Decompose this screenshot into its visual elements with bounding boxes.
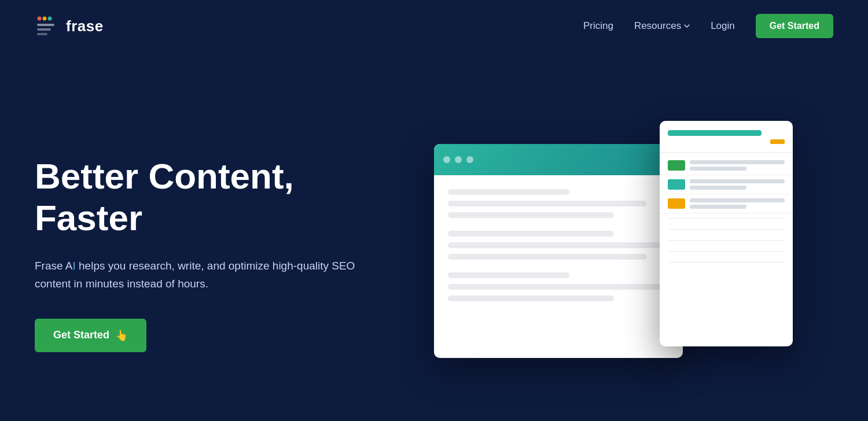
side-row-1 (660, 156, 793, 175)
nav-login[interactable]: Login (711, 20, 735, 32)
nav-get-started-button[interactable]: Get Started (756, 14, 833, 38)
side-row-lines (690, 179, 785, 190)
hero-content: Better Content, Faster Frase AI helps yo… (35, 144, 393, 352)
side-panel-card (660, 121, 793, 346)
side-row-line (690, 160, 785, 164)
content-line (448, 212, 614, 218)
nav-links: Pricing Resources Login Get Started (583, 14, 833, 38)
content-line (448, 254, 647, 260)
content-line (448, 231, 614, 237)
side-row-2 (660, 175, 793, 194)
browser-body (434, 175, 683, 328)
side-divider (660, 152, 793, 153)
content-line (448, 201, 647, 206)
side-row-lines (690, 198, 785, 209)
svg-rect-5 (37, 33, 47, 35)
side-row-line (690, 198, 785, 202)
svg-point-2 (48, 17, 52, 21)
logo-text: frase (66, 17, 104, 35)
logo[interactable]: frase (35, 14, 104, 38)
side-empty-rows (660, 213, 793, 278)
navbar: frase Pricing Resources Login Get Starte… (0, 0, 868, 52)
side-row-line (690, 179, 785, 183)
content-block-1 (448, 189, 669, 218)
side-row-line (690, 186, 746, 190)
svg-point-1 (43, 17, 47, 21)
browser-dot-2 (455, 156, 462, 163)
content-block-3 (448, 272, 669, 301)
side-header-accent (770, 139, 785, 144)
browser-card-main (434, 144, 683, 358)
browser-dot-1 (443, 156, 450, 163)
side-badge-green (668, 160, 685, 171)
hero-title: Better Content, Faster (35, 156, 393, 238)
illustration-container (434, 121, 793, 375)
nav-resources[interactable]: Resources (634, 20, 690, 32)
side-row-line (690, 167, 746, 171)
cta-emoji: 👆 (115, 329, 128, 342)
hero-subtitle: Frase AI helps you research, write, and … (35, 257, 359, 293)
side-badge-yellow (668, 198, 685, 209)
svg-rect-4 (37, 28, 51, 31)
side-empty-row (668, 251, 785, 252)
hero-get-started-button[interactable]: Get Started 👆 (35, 319, 146, 352)
side-empty-row (668, 218, 785, 219)
side-empty-row (668, 229, 785, 230)
content-line (448, 189, 569, 195)
side-row-lines (690, 160, 785, 171)
side-panel-header (660, 121, 793, 152)
content-line (448, 296, 614, 301)
browser-dot-3 (466, 156, 473, 163)
side-header-bar (668, 130, 762, 136)
browser-header (434, 144, 683, 175)
logo-icon (35, 14, 59, 38)
side-empty-row (668, 262, 785, 263)
svg-point-0 (38, 17, 42, 21)
hero-illustration (393, 75, 833, 421)
subtitle-pre: Frase A (35, 260, 72, 272)
hero-section: Better Content, Faster Frase AI helps yo… (0, 52, 868, 421)
content-line (448, 242, 669, 248)
chevron-down-icon (684, 24, 690, 28)
subtitle-post: helps you research, write, and optimize … (35, 260, 355, 290)
side-badge-teal (668, 179, 685, 190)
content-block-2 (448, 231, 669, 260)
side-empty-row (668, 240, 785, 241)
nav-pricing[interactable]: Pricing (583, 20, 613, 32)
content-line (448, 272, 569, 278)
side-row-3 (660, 194, 793, 213)
content-line (448, 284, 669, 290)
svg-rect-3 (37, 24, 54, 26)
side-row-line (690, 205, 746, 209)
